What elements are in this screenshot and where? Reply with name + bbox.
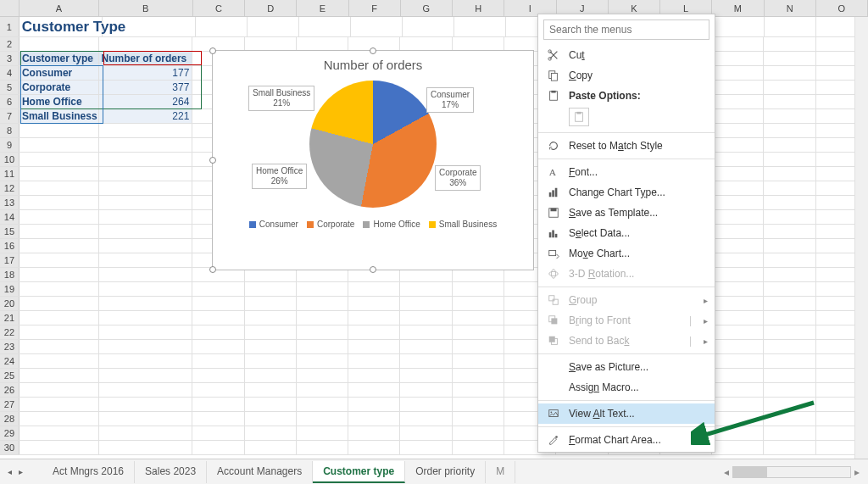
cell[interactable] xyxy=(19,297,99,310)
cell[interactable] xyxy=(764,66,815,80)
cell[interactable] xyxy=(348,311,400,325)
cell[interactable] xyxy=(764,354,815,368)
cell[interactable] xyxy=(99,340,193,353)
cell[interactable] xyxy=(400,369,452,382)
cell[interactable] xyxy=(712,383,764,397)
cell[interactable] xyxy=(348,398,400,411)
cell[interactable] xyxy=(19,153,99,166)
cell[interactable] xyxy=(192,325,244,339)
ctx-save-picture[interactable]: Save as Picture... xyxy=(538,357,715,377)
column-header[interactable]: B xyxy=(99,0,193,16)
cell[interactable] xyxy=(19,225,99,238)
cell[interactable] xyxy=(764,52,815,65)
hscroll-thumb[interactable] xyxy=(733,467,767,477)
cell[interactable] xyxy=(19,325,99,339)
cell[interactable] xyxy=(248,17,299,36)
cell[interactable] xyxy=(764,225,815,238)
cell[interactable] xyxy=(400,354,452,368)
cell[interactable] xyxy=(348,412,400,426)
cell[interactable] xyxy=(712,109,764,123)
row-header[interactable]: 15 xyxy=(0,225,19,238)
cell[interactable] xyxy=(297,412,348,426)
cell[interactable] xyxy=(764,441,815,454)
cell[interactable] xyxy=(712,37,764,51)
ctx-reset-style[interactable]: Reset to Match Style xyxy=(538,136,715,156)
resize-handle[interactable] xyxy=(209,157,216,164)
row-header[interactable]: 6 xyxy=(0,95,19,108)
cell[interactable] xyxy=(712,268,764,281)
cell[interactable] xyxy=(19,138,99,152)
hscroll-right[interactable]: ▸ xyxy=(851,466,863,478)
cell[interactable] xyxy=(297,383,348,397)
cell[interactable] xyxy=(712,325,764,339)
cell[interactable] xyxy=(245,426,297,440)
cell[interactable] xyxy=(19,354,99,368)
paste-option-button[interactable] xyxy=(569,108,589,126)
cell[interactable] xyxy=(764,167,815,181)
cell[interactable] xyxy=(192,369,244,382)
cell[interactable] xyxy=(453,441,504,454)
cell[interactable] xyxy=(297,426,348,440)
cell[interactable] xyxy=(245,340,297,353)
cell[interactable] xyxy=(764,412,815,426)
row-header[interactable]: 4 xyxy=(0,66,19,80)
cell[interactable] xyxy=(712,153,764,166)
cell[interactable] xyxy=(99,369,193,382)
cell[interactable]: Small Business xyxy=(19,109,99,123)
cell[interactable] xyxy=(453,340,504,353)
cell[interactable] xyxy=(453,354,504,368)
sheet-tab[interactable]: Sales 2023 xyxy=(135,461,207,483)
row-header[interactable]: 7 xyxy=(0,109,19,123)
ctx-font[interactable]: AFont... xyxy=(538,162,715,182)
cell[interactable] xyxy=(99,253,193,267)
cell[interactable] xyxy=(712,426,764,440)
cell[interactable] xyxy=(712,354,764,368)
row-header[interactable]: 12 xyxy=(0,181,19,195)
cell[interactable] xyxy=(99,268,193,281)
cell[interactable] xyxy=(19,210,99,224)
cell[interactable] xyxy=(348,297,400,310)
cell[interactable] xyxy=(19,167,99,181)
cell[interactable] xyxy=(99,37,193,51)
cell[interactable] xyxy=(453,398,504,411)
column-header[interactable]: D xyxy=(245,0,297,16)
cell[interactable] xyxy=(99,412,193,426)
cell[interactable] xyxy=(299,17,351,36)
cell[interactable] xyxy=(99,138,193,152)
sheet-tab[interactable]: Customer type xyxy=(313,461,405,483)
cell[interactable] xyxy=(713,17,765,36)
sheet-tab[interactable]: Order priority xyxy=(405,461,486,483)
cell[interactable] xyxy=(712,311,764,325)
cell[interactable] xyxy=(99,383,193,397)
column-header[interactable]: N xyxy=(765,0,816,16)
cell[interactable] xyxy=(764,124,815,137)
cell[interactable] xyxy=(99,426,193,440)
horizontal-scrollbar[interactable] xyxy=(732,466,851,478)
column-header[interactable]: O xyxy=(816,0,868,16)
cell[interactable] xyxy=(712,297,764,310)
cell[interactable] xyxy=(351,17,403,36)
cell[interactable] xyxy=(348,441,400,454)
cell[interactable] xyxy=(764,297,815,310)
cell[interactable] xyxy=(348,369,400,382)
ctx-select-data[interactable]: Select Data... xyxy=(538,223,715,243)
cell[interactable] xyxy=(453,311,504,325)
cell[interactable] xyxy=(192,441,244,454)
cell[interactable] xyxy=(348,340,400,353)
cell[interactable] xyxy=(712,124,764,137)
resize-handle[interactable] xyxy=(209,266,216,273)
cell[interactable] xyxy=(712,253,764,267)
cell[interactable] xyxy=(99,398,193,411)
cell[interactable] xyxy=(348,426,400,440)
ctx-move-chart[interactable]: Move Chart... xyxy=(538,243,715,264)
cell[interactable]: 221 xyxy=(99,109,193,123)
column-header[interactable]: A xyxy=(19,0,99,16)
column-header[interactable]: G xyxy=(401,0,453,16)
cell[interactable] xyxy=(712,95,764,108)
cell[interactable] xyxy=(99,441,193,454)
cell[interactable] xyxy=(764,398,815,411)
cell[interactable] xyxy=(245,398,297,411)
cell[interactable] xyxy=(712,239,764,253)
ctx-format-chart-area[interactable]: Format Chart Area... xyxy=(538,430,715,450)
cell[interactable] xyxy=(764,109,815,123)
